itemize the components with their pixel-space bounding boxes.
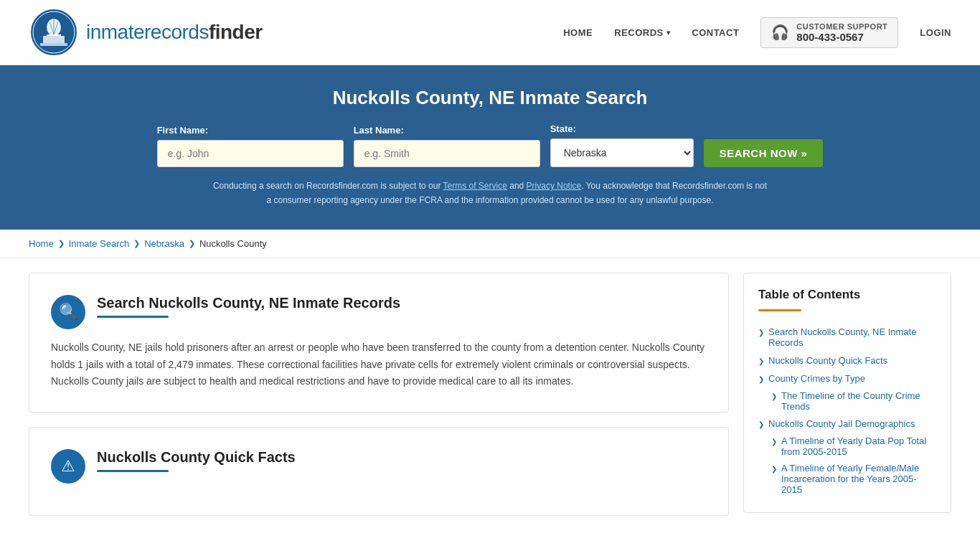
breadcrumb-current: Nuckolls County [199,238,267,249]
terms-link[interactable]: Terms of Service [443,181,507,191]
main-content: 🔍 Search Nuckolls County, NE Inmate Reco… [0,258,980,545]
logo-text: inmaterecordsfinder [86,21,263,44]
nav-records[interactable]: RECORDS ▾ [614,27,670,38]
quick-facts-title: Nuckolls County Quick Facts [97,449,296,466]
toc-chevron-icon-4: ❯ [758,420,764,428]
search-button[interactable]: SEARCH NOW » [704,139,824,167]
card-header: 🔍 Search Nuckolls County, NE Inmate Reco… [51,295,707,329]
toc-link-2[interactable]: ❯ County Crimes by Type [758,373,936,384]
content-area: 🔍 Search Nuckolls County, NE Inmate Reco… [29,273,729,530]
toc-card: Table of Contents ❯ Search Nuckolls Coun… [743,273,951,513]
search-records-card: 🔍 Search Nuckolls County, NE Inmate Reco… [29,273,729,413]
support-info: CUSTOMER SUPPORT 800-433-0567 [796,22,887,43]
quick-facts-title-block: Nuckolls County Quick Facts [97,449,296,472]
breadcrumb-sep-2: ❯ [133,239,140,248]
toc-item-2: ❯ County Crimes by Type [758,369,936,387]
breadcrumb-sep-3: ❯ [189,239,195,248]
toc-item-1: ❯ Nuckolls County Quick Facts [758,352,936,369]
toc-chevron-icon-1: ❯ [758,357,764,365]
hero-section: Nuckolls County, NE Inmate Search First … [0,65,980,230]
card-title-block: Search Nuckolls County, NE Inmate Record… [97,295,400,318]
toc-chevron-icon-5: ❯ [771,438,777,446]
warning-icon-circle: ⚠ [51,449,85,484]
breadcrumb: Home ❯ Inmate Search ❯ Nebraska ❯ Nuckol… [0,230,980,258]
search-icon-circle: 🔍 [51,295,85,329]
logo-icon [29,7,79,57]
first-name-input[interactable] [157,140,344,167]
nav-home[interactable]: HOME [563,27,593,38]
svg-rect-4 [43,36,65,43]
state-label: State: [550,123,694,134]
toc-link-3[interactable]: ❯ The Timeline of the County Crime Trend… [771,390,936,412]
toc-title: Table of Contents [758,288,936,302]
quick-facts-underline [97,470,169,472]
last-name-group: Last Name: [354,125,540,167]
toc-underline [758,309,801,311]
main-nav: HOME RECORDS ▾ CONTACT 🎧 CUSTOMER SUPPOR… [563,17,951,48]
first-name-label: First Name: [157,125,344,136]
last-name-input[interactable] [354,140,540,167]
hero-title: Nuckolls County, NE Inmate Search [29,87,951,109]
card-body: Nuckolls County, NE jails hold prisoners… [51,339,707,390]
customer-support-box: 🎧 CUSTOMER SUPPORT 800-433-0567 [760,17,898,48]
search-form: First Name: Last Name: State: Nebraska S… [29,123,951,167]
toc-list: ❯ Search Nuckolls County, NE Inmate Reco… [758,323,936,498]
chevron-down-icon: ▾ [666,29,671,37]
card-title: Search Nuckolls County, NE Inmate Record… [97,295,400,311]
toc-subitem-3: ❯ The Timeline of the County Crime Trend… [758,387,936,415]
toc-chevron-icon: ❯ [758,329,764,336]
nav-contact[interactable]: CONTACT [692,27,739,38]
toc-link-0[interactable]: ❯ Search Nuckolls County, NE Inmate Reco… [758,326,936,348]
privacy-link[interactable]: Privacy Notice [527,181,582,191]
toc-link-1[interactable]: ❯ Nuckolls County Quick Facts [758,355,936,366]
state-group: State: Nebraska [550,123,694,167]
toc-link-5[interactable]: ❯ A Timeline of Yearly Data Pop Total fr… [771,435,936,457]
svg-rect-3 [47,34,61,36]
toc-item-4: ❯ Nuckolls County Jail Demographics [758,415,936,433]
toc-chevron-icon-2: ❯ [758,375,764,383]
toc-link-4[interactable]: ❯ Nuckolls County Jail Demographics [758,418,936,429]
logo-area: inmaterecordsfinder [29,7,263,57]
site-header: inmaterecordsfinder HOME RECORDS ▾ CONTA… [0,0,980,65]
toc-link-6[interactable]: ❯ A Timeline of Yearly Female/Male Incar… [771,463,936,495]
breadcrumb-inmate-search[interactable]: Inmate Search [69,238,130,249]
state-select[interactable]: Nebraska [550,138,694,167]
svg-rect-5 [40,43,67,46]
quick-facts-card: ⚠ Nuckolls County Quick Facts [29,427,729,516]
breadcrumb-sep-1: ❯ [58,239,65,248]
login-button[interactable]: LOGIN [920,27,951,38]
toc-subitem-6: ❯ A Timeline of Yearly Female/Male Incar… [758,460,936,498]
quick-facts-header: ⚠ Nuckolls County Quick Facts [51,449,707,484]
last-name-label: Last Name: [354,125,540,136]
sidebar: Table of Contents ❯ Search Nuckolls Coun… [743,273,951,530]
breadcrumb-home[interactable]: Home [29,238,54,249]
headset-icon: 🎧 [771,24,789,41]
toc-item-0: ❯ Search Nuckolls County, NE Inmate Reco… [758,323,936,352]
hero-disclaimer: Conducting a search on Recordsfinder.com… [210,179,770,208]
toc-chevron-icon-6: ❯ [771,465,777,473]
toc-chevron-icon-3: ❯ [771,392,777,400]
toc-subitem-5: ❯ A Timeline of Yearly Data Pop Total fr… [758,433,936,460]
first-name-group: First Name: [157,125,344,167]
card-title-underline [97,316,169,318]
breadcrumb-nebraska[interactable]: Nebraska [144,238,184,249]
